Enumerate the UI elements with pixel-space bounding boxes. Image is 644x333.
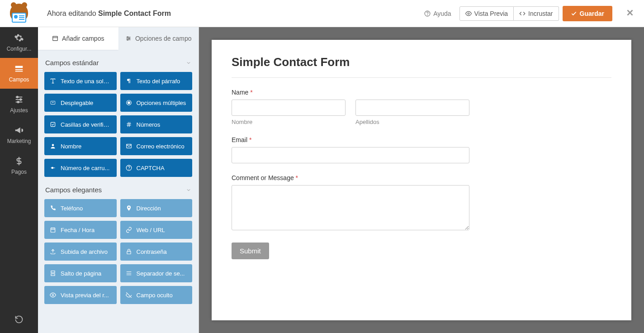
submit-button[interactable]: Submit [232, 243, 269, 259]
svg-point-12 [20, 99, 22, 100]
checkbox-icon [50, 121, 56, 128]
svg-rect-6 [15, 69, 23, 70]
message-input[interactable] [232, 185, 469, 230]
layout-icon [14, 64, 24, 74]
message-label: Comment or Message * [232, 174, 611, 181]
field-entry-preview[interactable]: Vista previa del r... [44, 286, 117, 304]
question-icon [126, 165, 132, 171]
field-number-slider[interactable]: Número de carru... [44, 159, 117, 177]
field-phone[interactable]: Teléfono [44, 199, 117, 217]
svg-marker-26 [52, 102, 54, 103]
svg-point-28 [128, 102, 130, 104]
last-name-input[interactable] [355, 100, 469, 116]
window-icon [52, 35, 58, 42]
eye-icon [465, 10, 472, 17]
svg-rect-46 [51, 271, 55, 273]
text-icon [50, 78, 56, 84]
field-email[interactable]: Correo electrónico [120, 137, 193, 155]
email-label: Email * [232, 136, 611, 143]
phone-icon [50, 205, 56, 211]
sliders-icon [125, 35, 132, 42]
email-input[interactable] [232, 147, 469, 163]
code-icon [519, 10, 526, 17]
svg-point-2 [468, 13, 469, 14]
tab-add-fields[interactable]: Añadir campos [38, 27, 118, 50]
form-title: Simple Contact Form [232, 55, 611, 78]
svg-point-39 [128, 169, 129, 170]
field-section[interactable]: Separador de se... [120, 264, 193, 282]
embed-button[interactable]: Incrustar [514, 6, 559, 21]
hash-icon [126, 121, 132, 128]
field-message-row: Comment or Message * [232, 174, 611, 232]
field-name[interactable]: Nombre [44, 137, 117, 155]
history-icon [14, 315, 24, 324]
topbar: Ahora editando Simple Contact Form Ayuda… [0, 0, 644, 27]
check-icon [571, 10, 577, 17]
svg-line-33 [129, 122, 130, 127]
pagebreak-icon [50, 270, 56, 276]
field-url[interactable]: Web / URL [120, 221, 193, 239]
svg-rect-5 [15, 66, 23, 68]
svg-rect-29 [51, 122, 55, 126]
upload-icon [50, 248, 56, 255]
logo [0, 0, 38, 27]
field-hidden[interactable]: Campo oculto [120, 286, 193, 304]
left-nav: Configur... Campos Ajustes Marketing Pag… [0, 27, 38, 333]
separator-icon [126, 270, 132, 276]
field-paragraph[interactable]: Texto del párrafo [120, 72, 193, 90]
nav-revisions[interactable] [0, 306, 38, 333]
field-pagebreak[interactable]: Salto de página [44, 264, 117, 282]
help-icon [424, 10, 431, 17]
mail-icon [126, 143, 132, 149]
close-button[interactable] [625, 8, 635, 19]
nav-fields[interactable]: Campos [0, 58, 38, 89]
first-name-input[interactable] [232, 100, 346, 116]
nav-settings[interactable]: Ajustes [0, 89, 38, 119]
link-icon [126, 227, 132, 233]
svg-rect-7 [15, 71, 23, 72]
tab-field-options[interactable]: Opciones de campo [118, 27, 199, 50]
caret-down-icon [50, 100, 56, 106]
svg-point-13 [17, 101, 19, 103]
dollar-icon [14, 156, 24, 166]
field-address[interactable]: Dirección [120, 199, 193, 217]
form-preview[interactable]: Simple Contact Form Name * Nombre Apelli… [212, 40, 631, 320]
gear-icon [14, 33, 24, 43]
section-standard[interactable]: Campos estándar [44, 50, 192, 72]
eye-icon [50, 292, 56, 298]
field-checkboxes[interactable]: Casillas de verific... [44, 115, 117, 133]
nav-payments[interactable]: Pagos [0, 150, 38, 181]
svg-point-11 [17, 96, 19, 98]
chevron-down-icon [186, 187, 191, 193]
preview-button[interactable]: Vista Previa [459, 6, 514, 21]
close-icon [625, 8, 635, 18]
field-datetime[interactable]: Fecha / Hora [44, 221, 117, 239]
svg-rect-47 [51, 274, 55, 276]
help-button[interactable]: Ayuda [420, 6, 455, 21]
field-captcha[interactable]: CAPTCHA [120, 159, 193, 177]
field-numbers[interactable]: Números [120, 115, 193, 133]
fields-panel: Añadir campos Opciones de campo Campos e… [38, 27, 199, 333]
field-password[interactable]: Contraseña [120, 243, 193, 261]
svg-line-32 [128, 122, 128, 127]
eye-off-icon [126, 292, 132, 298]
svg-rect-15 [53, 36, 58, 40]
svg-point-37 [52, 167, 53, 169]
slider-icon [50, 165, 56, 171]
pin-icon [126, 205, 132, 211]
save-button[interactable]: Guardar [563, 6, 612, 21]
nav-marketing[interactable]: Marketing [0, 119, 38, 150]
nav-setup[interactable]: Configur... [0, 27, 38, 58]
field-upload[interactable]: Subida de archivo [44, 243, 117, 261]
section-fancy[interactable]: Campos elegantes [44, 177, 192, 199]
svg-point-1 [427, 14, 428, 15]
field-multiple-choice[interactable]: Opciones múltiples [120, 94, 193, 112]
megaphone-icon [14, 125, 24, 135]
field-single-line[interactable]: Texto de una sola... [44, 72, 117, 90]
preview-area: Simple Contact Form Name * Nombre Apelli… [199, 27, 644, 333]
sliders-icon [14, 95, 24, 105]
user-icon [50, 143, 56, 149]
svg-rect-45 [127, 251, 130, 254]
calendar-icon [50, 227, 56, 233]
field-dropdown[interactable]: Desplegable [44, 94, 117, 112]
